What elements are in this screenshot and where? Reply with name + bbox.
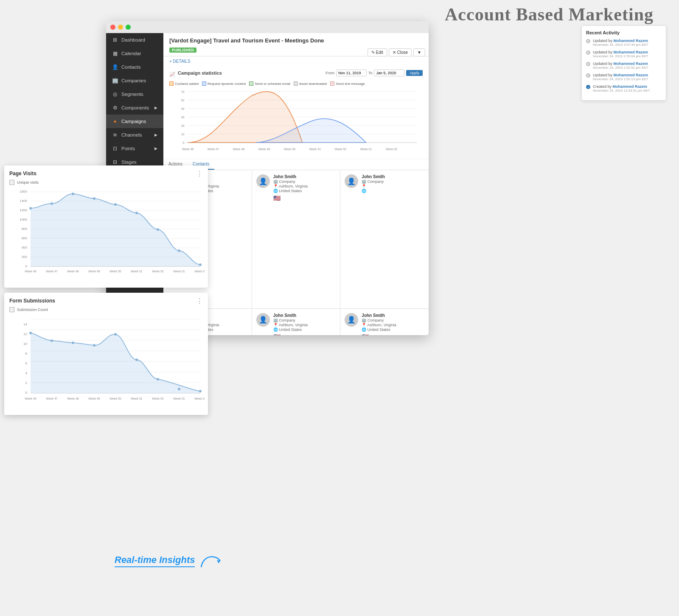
page-visits-legend-box [9, 180, 14, 185]
svg-text:Week 48: Week 48 [233, 148, 245, 151]
page-visits-chart: 0 200 400 600 800 1000 1200 1400 1600 We… [9, 188, 205, 281]
from-date-input[interactable] [336, 70, 367, 76]
svg-point-42 [29, 207, 32, 210]
header-actions: ✎ Edit ✕ Close ▼ [368, 48, 425, 56]
svg-text:12: 12 [23, 332, 27, 336]
contact-company-3: 🏢 Company [362, 179, 424, 184]
svg-text:10: 10 [23, 342, 27, 346]
apply-button[interactable]: Apply [406, 70, 423, 76]
svg-text:Week 01: Week 01 [173, 397, 185, 400]
svg-point-78 [72, 342, 74, 344]
campaign-title: [Vardot Engage] Travel and Tourism Event… [169, 37, 423, 44]
svg-text:30: 30 [181, 116, 185, 119]
svg-text:6: 6 [25, 361, 28, 365]
calendar-icon: ▦ [112, 50, 118, 56]
activity-panel-title: Recent Activity [586, 30, 662, 35]
contact-card-5: 👤 John Smith 🏢 Company 📍 Ashburn, Virgin… [252, 309, 340, 336]
sidebar-item-points[interactable]: ⊡ Points ▶ [106, 142, 163, 155]
sidebar-item-dashboard[interactable]: ⊞ Dashboard [106, 33, 163, 47]
svg-point-44 [72, 193, 74, 195]
svg-text:Week 49: Week 49 [88, 397, 100, 400]
sidebar-item-companies[interactable]: 🏢 Companies [106, 74, 163, 87]
form-submissions-card: Form Submissions ⋮ Submission Count 0 2 … [4, 293, 208, 415]
details-section: + DETAILS [163, 56, 429, 66]
page-visits-menu[interactable]: ⋮ [196, 170, 203, 178]
svg-text:10: 10 [181, 133, 185, 136]
activity-dot-2 [586, 50, 590, 55]
svg-text:400: 400 [22, 246, 28, 249]
activity-item-3: Updated by Mohammed Razem November 24, 2… [586, 62, 662, 70]
sidebar-item-calendar[interactable]: ▦ Calendar [106, 47, 163, 60]
contact-name-5[interactable]: John Smith [273, 313, 336, 318]
svg-text:200: 200 [22, 255, 28, 259]
realtime-section: Real-time Insights [115, 552, 224, 569]
svg-text:Week 50: Week 50 [284, 148, 296, 151]
contact-info-6: John Smith 🏢 Company 📍 Ashburn, Virginia… [362, 313, 424, 336]
title-bar [106, 21, 429, 33]
details-toggle[interactable]: + DETAILS [169, 59, 191, 64]
svg-text:1000: 1000 [20, 218, 27, 221]
svg-point-43 [51, 202, 53, 205]
realtime-label: Real-time Insights [115, 554, 195, 567]
activity-dot-check: ✓ [586, 85, 590, 89]
svg-point-49 [178, 249, 180, 252]
contact-location-5: 📍 Ashburn, Virginia [273, 323, 336, 327]
contact-avatar-3: 👤 [345, 174, 358, 188]
form-submissions-chart: 0 2 4 6 8 10 12 14 Week 46 Week 47 Week … [9, 315, 205, 408]
stages-icon: ⊟ [112, 159, 118, 165]
campaign-chart-svg: 0 10 20 30 40 50 70 Week 46 Week 47 Week… [169, 87, 423, 155]
contact-location-3: 📍 [362, 184, 424, 188]
svg-text:Week 02: Week 02 [194, 270, 205, 273]
svg-text:14: 14 [23, 322, 27, 326]
more-button[interactable]: ▼ [413, 48, 425, 56]
contact-location-2: 📍 Ashburn, Virginia [273, 184, 336, 188]
sidebar-item-segments[interactable]: ◎ Segments [106, 87, 163, 101]
svg-text:Week 46: Week 46 [25, 270, 36, 273]
svg-text:600: 600 [22, 236, 28, 240]
legend-send-text: Send text message [330, 81, 365, 86]
curved-arrow [199, 552, 224, 569]
sidebar-item-campaigns[interactable]: ● Campaigns [106, 115, 163, 128]
contact-location-6: 📍 Ashburn, Virginia [362, 323, 424, 327]
contact-name-3[interactable]: John Smith [362, 174, 424, 179]
svg-text:Week 49: Week 49 [258, 148, 270, 151]
dashboard-icon: ⊞ [112, 37, 118, 43]
close-button-action[interactable]: ✕ Close [389, 48, 412, 56]
sidebar-item-channels[interactable]: ≋ Channels ▶ [106, 128, 163, 142]
chart-icon: 📈 [169, 72, 175, 77]
contact-card-3: 👤 John Smith 🏢 Company 📍 🌐 [340, 170, 429, 308]
svg-text:2: 2 [25, 381, 28, 385]
maximize-button[interactable] [126, 25, 131, 30]
activity-item-4: Updated by Mohammed Razem November 24, 2… [586, 73, 662, 81]
chart-legend: Contacts added Request dynamic content S… [169, 81, 423, 86]
campaigns-icon: ● [112, 118, 118, 124]
activity-item-2: Updated by Mohammed Razem November 24, 2… [586, 50, 662, 58]
contact-card-2: 👤 John Smith 🏢 Company 📍 Ashburn, Virgin… [252, 170, 340, 308]
form-submissions-menu[interactable]: ⋮ [196, 297, 203, 305]
contact-country-2: 🌐 United States [273, 189, 336, 193]
published-badge: PUBLISHED [169, 48, 196, 53]
segments-icon: ◎ [112, 91, 118, 97]
activity-dot-3 [586, 62, 590, 66]
contact-name-2[interactable]: John Smith [273, 174, 336, 179]
svg-point-82 [157, 378, 159, 381]
sidebar-item-components[interactable]: ⚙ Components ▶ [106, 101, 163, 115]
close-button[interactable] [110, 25, 115, 30]
svg-point-77 [51, 339, 53, 342]
form-submissions-title: Form Submissions [9, 298, 203, 304]
svg-text:Week 46: Week 46 [182, 148, 194, 151]
minimize-button[interactable] [118, 25, 123, 30]
activity-item-1: Updated by Mohammed Razem November 24, 2… [586, 39, 662, 47]
contact-info-3: John Smith 🏢 Company 📍 🌐 [362, 174, 424, 193]
contact-avatar-6: 👤 [345, 313, 358, 327]
contact-avatar-2: 👤 [256, 174, 270, 188]
svg-point-81 [135, 358, 138, 361]
contact-name-6[interactable]: John Smith [362, 313, 424, 318]
svg-text:Week 48: Week 48 [67, 270, 79, 273]
contact-company-6: 🏢 Company [362, 318, 424, 322]
sidebar-item-contacts[interactable]: 👤 Contacts [106, 60, 163, 74]
svg-point-79 [93, 344, 95, 347]
to-date-input[interactable] [374, 70, 404, 76]
edit-button[interactable]: ✎ Edit [368, 48, 387, 56]
stats-section: 📈 Campaign statistics From To Apply Cont… [163, 66, 429, 159]
